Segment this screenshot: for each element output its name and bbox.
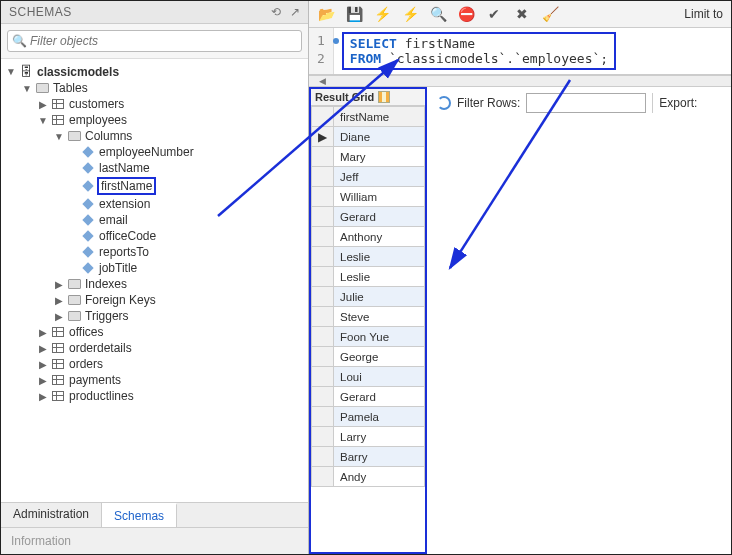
execute-icon[interactable]: ⚡: [373, 5, 391, 23]
table-row[interactable]: ▶Diane: [312, 127, 425, 147]
tree-node-section[interactable]: ▶Triggers: [1, 308, 308, 324]
save-icon[interactable]: 💾: [345, 5, 363, 23]
cell[interactable]: Andy: [334, 467, 425, 487]
folder-icon: [65, 131, 83, 141]
sql-editor[interactable]: 1 2 SELECT firstName FROM `classicmodels…: [309, 28, 731, 75]
cell[interactable]: Gerard: [334, 207, 425, 227]
tree-node-section[interactable]: ▶Indexes: [1, 276, 308, 292]
explain-icon[interactable]: 🔍: [429, 5, 447, 23]
table-row[interactable]: Julie: [312, 287, 425, 307]
cell[interactable]: Leslie: [334, 247, 425, 267]
tree-node-database[interactable]: ▼ 🗄 classicmodels: [1, 63, 308, 80]
cell[interactable]: Jeff: [334, 167, 425, 187]
table-row[interactable]: Steve: [312, 307, 425, 327]
cell[interactable]: Gerard: [334, 387, 425, 407]
table-row[interactable]: Mary: [312, 147, 425, 167]
cell[interactable]: Mary: [334, 147, 425, 167]
tree-node-table[interactable]: ▶ customers: [1, 96, 308, 112]
result-grid-label: Result Grid: [315, 91, 374, 103]
folder-icon: [33, 83, 51, 93]
tree-node-column[interactable]: email: [1, 212, 308, 228]
result-grid-tab[interactable]: Result Grid: [311, 89, 425, 106]
cell[interactable]: Larry: [334, 427, 425, 447]
commit-icon[interactable]: ✔: [485, 5, 503, 23]
column-header[interactable]: firstName: [334, 107, 425, 127]
tree-node-table[interactable]: ▶productlines: [1, 388, 308, 404]
folder-icon: [65, 279, 83, 289]
rollback-icon[interactable]: ✖: [513, 5, 531, 23]
tab-schemas[interactable]: Schemas: [102, 503, 177, 527]
cell[interactable]: Anthony: [334, 227, 425, 247]
beautify-icon[interactable]: 🧹: [541, 5, 559, 23]
cell[interactable]: Loui: [334, 367, 425, 387]
stop-icon[interactable]: ⛔: [457, 5, 475, 23]
filter-objects-input[interactable]: [7, 30, 302, 52]
tab-administration[interactable]: Administration: [1, 503, 102, 527]
tree-label: classicmodels: [35, 65, 119, 79]
table-row[interactable]: Leslie: [312, 267, 425, 287]
table-row[interactable]: Jeff: [312, 167, 425, 187]
table-row[interactable]: George: [312, 347, 425, 367]
cell[interactable]: Julie: [334, 287, 425, 307]
sql-keyword: SELECT: [350, 36, 397, 51]
table-icon: [49, 375, 67, 385]
tree-node-column[interactable]: lastName: [1, 160, 308, 176]
tree-node-columns[interactable]: ▼ Columns: [1, 128, 308, 144]
schema-tree[interactable]: ▼ 🗄 classicmodels ▼ Tables ▶ customers ▼…: [1, 59, 308, 502]
schemas-panel-header: SCHEMAS ⟲ ↗: [1, 1, 308, 24]
cell[interactable]: Diane: [334, 127, 425, 147]
tree-node-table[interactable]: ▶orderdetails: [1, 340, 308, 356]
table-row[interactable]: Foon Yue: [312, 327, 425, 347]
filter-rows-input[interactable]: [526, 93, 646, 113]
tree-node-column[interactable]: extension: [1, 196, 308, 212]
cell[interactable]: William: [334, 187, 425, 207]
tree-node-table[interactable]: ▶offices: [1, 324, 308, 340]
cell[interactable]: Foon Yue: [334, 327, 425, 347]
table-row[interactable]: Loui: [312, 367, 425, 387]
table-icon: [49, 99, 67, 109]
execute-cursor-icon[interactable]: ⚡: [401, 5, 419, 23]
sql-highlight-box: SELECT firstName FROM `classicmodels`.`e…: [342, 32, 616, 70]
cell[interactable]: Leslie: [334, 267, 425, 287]
table-row[interactable]: Anthony: [312, 227, 425, 247]
cell[interactable]: Pamela: [334, 407, 425, 427]
tree-node-column[interactable]: reportsTo: [1, 244, 308, 260]
table-row[interactable]: Gerard: [312, 207, 425, 227]
table-row[interactable]: Leslie: [312, 247, 425, 267]
sql-identifier: `classicmodels`.`employees`;: [389, 51, 608, 66]
left-bottom-tabs: Administration Schemas: [1, 502, 308, 527]
table-row[interactable]: Gerard: [312, 387, 425, 407]
table-row[interactable]: Barry: [312, 447, 425, 467]
tree-node-column[interactable]: firstName: [1, 176, 308, 196]
result-grid-table[interactable]: firstName ▶Diane Mary Jeff William Gerar…: [311, 106, 425, 552]
tree-label: Foreign Keys: [83, 293, 156, 307]
filter-rows-bar: Filter Rows: Export:: [437, 93, 721, 113]
tree-node-column[interactable]: jobTitle: [1, 260, 308, 276]
database-icon: 🗄: [17, 64, 35, 79]
table-row[interactable]: Pamela: [312, 407, 425, 427]
refresh-icon[interactable]: ⟲: [271, 5, 282, 19]
tree-label: offices: [67, 325, 103, 339]
tree-node-table[interactable]: ▼ employees: [1, 112, 308, 128]
splitter[interactable]: ◀: [309, 75, 731, 87]
editor-gutter: 1 2: [309, 28, 334, 74]
cell[interactable]: Barry: [334, 447, 425, 467]
editor-panel: 📂 💾 ⚡ ⚡ 🔍 ⛔ ✔ ✖ 🧹 Limit to 1 2 SELECT fi…: [309, 1, 731, 554]
table-row[interactable]: Andy: [312, 467, 425, 487]
tree-node-table[interactable]: ▶orders: [1, 356, 308, 372]
tree-label: employeeNumber: [97, 145, 194, 159]
tree-node-column[interactable]: employeeNumber: [1, 144, 308, 160]
cell[interactable]: George: [334, 347, 425, 367]
tree-node-tables[interactable]: ▼ Tables: [1, 80, 308, 96]
tree-node-table[interactable]: ▶payments: [1, 372, 308, 388]
open-file-icon[interactable]: 📂: [317, 5, 335, 23]
tree-node-column[interactable]: officeCode: [1, 228, 308, 244]
table-icon: [49, 391, 67, 401]
column-icon: [79, 148, 97, 156]
table-row[interactable]: Larry: [312, 427, 425, 447]
table-row[interactable]: William: [312, 187, 425, 207]
cell[interactable]: Steve: [334, 307, 425, 327]
refresh-icon[interactable]: [437, 96, 451, 110]
collapse-icon[interactable]: ↗: [290, 5, 301, 19]
tree-node-section[interactable]: ▶Foreign Keys: [1, 292, 308, 308]
